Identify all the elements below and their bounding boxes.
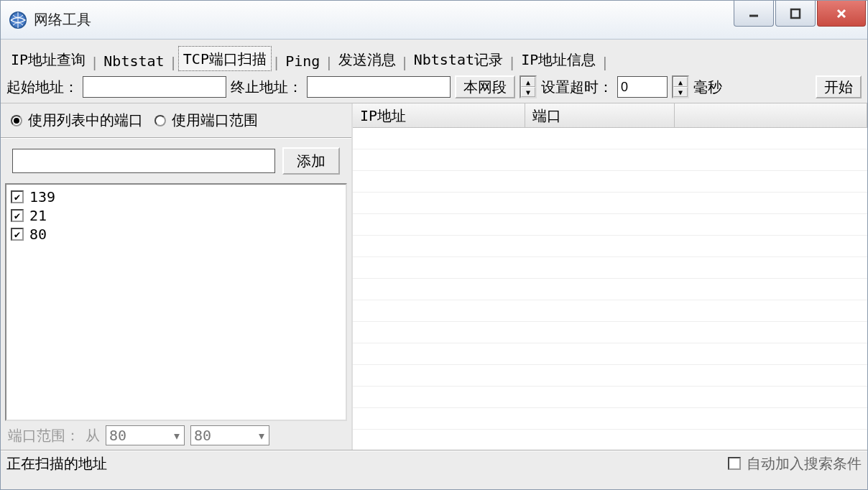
close-button[interactable] <box>817 1 866 27</box>
radio-use-port-list[interactable]: 使用列表中的端口 <box>11 111 143 130</box>
minimize-button[interactable] <box>734 1 774 27</box>
results-body[interactable] <box>353 128 867 450</box>
spinner-down-icon[interactable]: ▼ <box>673 87 688 97</box>
status-auto-add-label: 自动加入搜索条件 <box>747 454 862 473</box>
radio-use-list-label: 使用列表中的端口 <box>28 111 143 130</box>
radio-unselected-icon <box>154 115 166 126</box>
port-mode-row: 使用列表中的端口 使用端口范围 <box>1 103 351 139</box>
tab-ip-lookup[interactable]: IP地址查询 <box>6 47 90 71</box>
tab-separator: | <box>170 55 177 71</box>
column-extra[interactable] <box>675 103 867 127</box>
tab-ping[interactable]: Ping <box>281 50 324 71</box>
add-port-row: 添加 <box>1 139 351 183</box>
port-number: 21 <box>29 207 47 224</box>
table-row <box>353 279 867 300</box>
tab-separator: | <box>402 55 408 71</box>
tab-tcp-port-scan[interactable]: TCP端口扫描 <box>178 46 272 71</box>
port-number: 80 <box>29 226 47 243</box>
radio-use-range-label: 使用端口范围 <box>172 111 258 130</box>
timeout-label: 设置超时： <box>541 78 613 97</box>
status-right: 自动加入搜索条件 <box>728 454 862 473</box>
results-header: IP地址 端口 <box>353 103 867 128</box>
port-number: 139 <box>29 188 55 205</box>
spinner-up-icon[interactable]: ▲ <box>673 77 688 87</box>
chevron-down-icon: ▾ <box>172 427 181 444</box>
spinner-up-icon[interactable]: ▲ <box>521 77 535 87</box>
table-row <box>353 408 867 430</box>
port-range-from-label: 从 <box>86 426 100 445</box>
port-list-item[interactable]: ✔ 21 <box>11 206 341 225</box>
table-row <box>353 236 867 257</box>
tab-nbtstat-log[interactable]: Nbtstat记录 <box>410 47 507 71</box>
tab-separator: | <box>273 55 280 71</box>
maximize-button[interactable] <box>775 1 816 27</box>
port-range-from-value: 80 <box>109 427 126 444</box>
checkbox-checked-icon[interactable]: ✔ <box>11 190 24 203</box>
port-list-item[interactable]: ✔ 80 <box>11 225 341 244</box>
content-area: 使用列表中的端口 使用端口范围 添加 ✔ 139 ✔ 21 <box>1 103 867 450</box>
segment-spinner[interactable]: ▲ ▼ <box>520 75 537 98</box>
window-title: 网络工具 <box>34 10 91 29</box>
timeout-spinner[interactable]: ▲ ▼ <box>672 75 689 98</box>
scan-controls-row: 起始地址： 终止地址： 本网段 ▲ ▼ 设置超时： ▲ ▼ 毫秒 开始 <box>1 71 867 103</box>
tab-nbtstat[interactable]: Nbtstat <box>99 50 168 71</box>
app-icon <box>8 10 28 30</box>
end-address-input[interactable] <box>307 76 451 98</box>
table-row <box>353 214 867 236</box>
checkbox-checked-icon[interactable]: ✔ <box>11 228 24 241</box>
svg-rect-1 <box>791 9 800 18</box>
tab-separator: | <box>91 55 98 71</box>
table-row <box>353 257 867 279</box>
timeout-unit-label: 毫秒 <box>693 78 722 97</box>
add-port-input[interactable] <box>12 149 275 173</box>
tabs-row: IP地址查询 | Nbtstat | TCP端口扫描 | Ping | 发送消息… <box>1 40 867 71</box>
checkbox-icon[interactable] <box>728 457 741 470</box>
table-row <box>353 343 867 365</box>
tab-ip-info[interactable]: IP地址信息 <box>517 47 600 71</box>
port-range-to-combo[interactable]: 80 ▾ <box>190 425 269 445</box>
tab-send-message[interactable]: 发送消息 <box>334 47 400 71</box>
checkbox-checked-icon[interactable]: ✔ <box>11 209 24 222</box>
table-row <box>353 171 867 193</box>
this-segment-button[interactable]: 本网段 <box>455 75 515 98</box>
results-panel: IP地址 端口 <box>353 103 867 450</box>
table-row <box>353 149 867 171</box>
window-controls <box>734 1 867 27</box>
timeout-input[interactable] <box>617 76 668 98</box>
titlebar: 网络工具 <box>1 1 867 40</box>
end-address-label: 终止地址： <box>231 78 303 97</box>
table-row <box>353 365 867 387</box>
column-ip-address[interactable]: IP地址 <box>353 103 525 127</box>
left-panel: 使用列表中的端口 使用端口范围 添加 ✔ 139 ✔ 21 <box>1 103 353 450</box>
tab-separator: | <box>509 55 515 71</box>
radio-use-port-range[interactable]: 使用端口范围 <box>154 111 258 130</box>
tab-separator: | <box>326 55 332 71</box>
start-scan-button[interactable]: 开始 <box>816 75 862 98</box>
start-address-label: 起始地址： <box>6 78 78 97</box>
port-range-from-combo[interactable]: 80 ▾ <box>106 425 185 445</box>
port-list-item[interactable]: ✔ 139 <box>11 188 341 206</box>
table-row <box>353 387 867 408</box>
column-port[interactable]: 端口 <box>525 103 675 127</box>
port-range-row: 端口范围： 从 80 ▾ 80 ▾ <box>1 421 351 450</box>
table-row <box>353 322 867 343</box>
port-range-label: 端口范围： <box>8 426 80 445</box>
statusbar: 正在扫描的地址 自动加入搜索条件 <box>1 450 867 476</box>
status-scanning-label: 正在扫描的地址 <box>6 454 107 473</box>
spinner-down-icon[interactable]: ▼ <box>521 87 535 97</box>
start-address-input[interactable] <box>83 76 226 98</box>
radio-selected-icon <box>11 115 22 126</box>
app-window: 网络工具 IP地址查询 | Nbtstat | TCP端口扫描 | Ping |… <box>0 0 868 490</box>
table-row <box>353 128 867 149</box>
table-row <box>353 193 867 214</box>
port-list[interactable]: ✔ 139 ✔ 21 ✔ 80 <box>5 183 347 421</box>
table-row <box>353 300 867 322</box>
port-range-to-value: 80 <box>194 427 211 444</box>
add-port-button[interactable]: 添加 <box>282 147 340 175</box>
tab-separator: | <box>601 55 608 71</box>
chevron-down-icon: ▾ <box>257 427 266 444</box>
